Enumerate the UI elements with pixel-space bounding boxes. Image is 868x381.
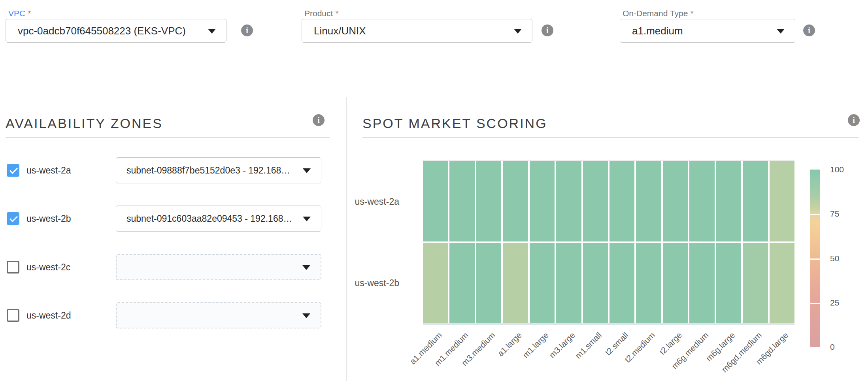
spot-market-scoring-rule bbox=[362, 137, 859, 138]
spot-instance-config-panel: VPC* vpc-0adcb70f645508223 (EKS-VPC) i P… bbox=[0, 0, 868, 381]
chevron-down-icon bbox=[208, 29, 216, 34]
colorbar-label-100: 100 bbox=[830, 164, 858, 175]
heatmap-cell-us-west-2b-m6gd.large[interactable] bbox=[770, 243, 794, 323]
on-demand-type-required-asterisk: * bbox=[690, 9, 693, 18]
chevron-down-icon bbox=[514, 29, 522, 34]
az-zone-label-us-west-2a: us-west-2a bbox=[26, 165, 71, 176]
az-subnet-select-us-west-2d bbox=[116, 302, 321, 328]
x-tick-m6gd.large: m6gd.large bbox=[770, 326, 794, 380]
on-demand-type-label-text: On-Demand Type bbox=[623, 9, 688, 18]
colorbar-tick-line-75 bbox=[810, 214, 820, 215]
heatmap-cell-us-west-2b-m3.large[interactable] bbox=[556, 243, 581, 323]
heatmap-grid bbox=[423, 161, 794, 323]
chevron-down-icon bbox=[302, 313, 310, 318]
vpc-select[interactable]: vpc-0adcb70f645508223 (EKS-VPC) bbox=[6, 19, 226, 43]
on-demand-type-info-icon[interactable]: i bbox=[803, 25, 815, 36]
az-checkbox-us-west-2a[interactable] bbox=[7, 164, 19, 177]
az-checkbox-us-west-2b[interactable] bbox=[7, 212, 19, 225]
heatmap-cell-us-west-2b-t2.large[interactable] bbox=[663, 243, 688, 323]
chevron-down-icon bbox=[303, 217, 311, 221]
colorbar-label-50: 50 bbox=[830, 253, 858, 264]
heatmap-cell-us-west-2b-m3.medium[interactable] bbox=[476, 243, 501, 323]
product-required-asterisk: * bbox=[335, 9, 338, 18]
heatmap-cell-us-west-2a-m6g.large[interactable] bbox=[716, 161, 741, 241]
chevron-down-icon bbox=[303, 168, 311, 173]
az-zone-label-us-west-2b: us-west-2b bbox=[26, 213, 71, 224]
availability-zones-title: AVAILABILITY ZONES bbox=[6, 115, 163, 131]
chevron-down-icon bbox=[777, 29, 785, 34]
az-subnet-select-us-west-2b[interactable]: subnet-091c603aa82e09453 - 192.168… bbox=[116, 206, 321, 232]
heatmap-cell-us-west-2b-m6gd.medium[interactable] bbox=[743, 243, 768, 323]
az-subnet-select-us-west-2c bbox=[116, 254, 321, 280]
heatmap-cell-us-west-2a-a1.medium[interactable] bbox=[423, 161, 448, 241]
availability-zones-rule bbox=[6, 137, 330, 138]
on-demand-type-field-label: On-Demand Type* bbox=[623, 9, 694, 18]
colorbar-label-0: 0 bbox=[830, 342, 858, 352]
az-subnet-select-us-west-2a[interactable]: subnet-09888f7be5152d0e3 - 192.168… bbox=[116, 157, 321, 183]
az-subnet-value-us-west-2a: subnet-09888f7be5152d0e3 - 192.168… bbox=[126, 165, 290, 176]
on-demand-type-select[interactable]: a1.medium bbox=[620, 19, 795, 43]
az-subnet-value-us-west-2b: subnet-091c603aa82e09453 - 192.168… bbox=[126, 213, 292, 224]
x-tick-m1.small: m1.small bbox=[583, 326, 608, 380]
vpc-required-asterisk: * bbox=[28, 9, 31, 18]
heatmap-cell-us-west-2b-a1.medium[interactable] bbox=[423, 243, 448, 323]
colorbar bbox=[810, 170, 820, 347]
x-axis: a1.mediumm1.mediumm3.mediuma1.largem1.la… bbox=[423, 326, 794, 380]
vpc-field-label: VPC* bbox=[8, 9, 31, 18]
heatmap-cell-us-west-2a-m6gd.medium[interactable] bbox=[743, 161, 768, 241]
heatmap-cell-us-west-2a-t2.medium[interactable] bbox=[636, 161, 661, 241]
az-checkbox-us-west-2d[interactable] bbox=[7, 309, 19, 322]
colorbar-tick-line-25 bbox=[810, 303, 820, 304]
on-demand-type-select-value: a1.medium bbox=[632, 25, 683, 37]
product-field-label-text: Product bbox=[304, 9, 333, 18]
az-zone-label-us-west-2c: us-west-2c bbox=[26, 262, 70, 273]
heatmap-cell-us-west-2b-t2.medium[interactable] bbox=[636, 243, 661, 323]
y-axis-label-us-west-2b: us-west-2b bbox=[340, 277, 399, 289]
heatmap-cell-us-west-2b-t2.small[interactable] bbox=[609, 243, 634, 323]
product-select[interactable]: Linux/UNIX bbox=[302, 19, 532, 43]
heatmap-cell-us-west-2a-m1.small[interactable] bbox=[583, 161, 608, 241]
vpc-select-value: vpc-0adcb70f645508223 (EKS-VPC) bbox=[18, 25, 186, 37]
chevron-down-icon bbox=[302, 265, 310, 270]
x-tick-t2.medium: t2.medium bbox=[636, 326, 661, 380]
heatmap-cell-us-west-2a-t2.large[interactable] bbox=[663, 161, 688, 241]
heatmap-cell-us-west-2b-m1.medium[interactable] bbox=[449, 243, 474, 323]
heatmap-cell-us-west-2a-a1.large[interactable] bbox=[503, 161, 528, 241]
heatmap-cell-us-west-2a-m6g.medium[interactable] bbox=[689, 161, 714, 241]
colorbar-tick-line-50 bbox=[810, 258, 820, 260]
heatmap-cell-us-west-2b-m6g.medium[interactable] bbox=[689, 243, 714, 323]
spot-market-scoring-info-icon[interactable]: i bbox=[848, 114, 860, 126]
heatmap-cell-us-west-2b-m1.large[interactable] bbox=[530, 243, 555, 323]
availability-zones-info-icon[interactable]: i bbox=[313, 114, 325, 126]
heatmap-cell-us-west-2a-m6gd.large[interactable] bbox=[770, 161, 794, 241]
y-axis-label-us-west-2a: us-west-2a bbox=[340, 196, 399, 207]
product-select-value: Linux/UNIX bbox=[314, 25, 366, 37]
heatmap-cell-us-west-2b-m6g.large[interactable] bbox=[716, 243, 741, 323]
az-zone-label-us-west-2d: us-west-2d bbox=[26, 310, 71, 321]
heatmap-cell-us-west-2b-m1.small[interactable] bbox=[583, 243, 608, 323]
product-info-icon[interactable]: i bbox=[542, 25, 553, 36]
az-checkbox-us-west-2c[interactable] bbox=[7, 261, 19, 273]
heatmap-bottom-strip bbox=[423, 323, 794, 325]
spot-market-scoring-title: SPOT MARKET SCORING bbox=[362, 115, 547, 131]
colorbar-label-25: 25 bbox=[830, 298, 858, 308]
heatmap-cell-us-west-2a-m3.medium[interactable] bbox=[476, 161, 501, 241]
heatmap-cell-us-west-2a-m3.large[interactable] bbox=[556, 161, 581, 241]
heatmap-cell-us-west-2a-t2.small[interactable] bbox=[609, 161, 634, 241]
heatmap-cell-us-west-2a-m1.large[interactable] bbox=[530, 161, 555, 241]
product-field-label: Product* bbox=[304, 9, 339, 18]
vpc-field-label-text: VPC bbox=[8, 9, 25, 18]
vpc-info-icon[interactable]: i bbox=[241, 25, 253, 36]
section-vertical-divider bbox=[346, 97, 347, 381]
heatmap-cell-us-west-2b-a1.large[interactable] bbox=[503, 243, 528, 323]
heatmap-cell-us-west-2a-m1.medium[interactable] bbox=[449, 161, 474, 241]
colorbar-label-75: 75 bbox=[830, 209, 858, 219]
